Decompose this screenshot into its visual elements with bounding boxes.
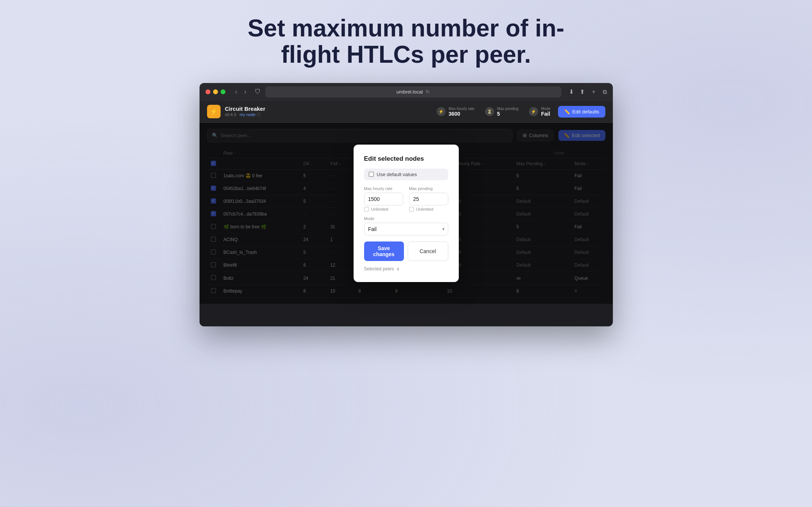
reload-icon[interactable]: ↻ <box>426 89 430 95</box>
pending-unlimited-label: Unlimited <box>416 207 434 211</box>
mode-value: Fail <box>541 111 550 117</box>
minimize-traffic-light[interactable] <box>213 89 218 94</box>
max-pending-stat: ⏳ Max pending 5 <box>485 107 519 117</box>
address-bar[interactable]: umbrel.local ↻ <box>265 86 561 98</box>
header-stats: ⚡ Max hourly rate 3600 ⏳ Max pending 5 ⚡ <box>437 107 550 117</box>
app-title-group: Circuit Breaker v0.4.3 · my node ⓘ <box>225 106 437 118</box>
modal-actions: Save changes Cancel <box>364 241 448 261</box>
table-area: 🔍 Search peer... ⊞ Columns ✏️ Edit selec… <box>200 123 613 304</box>
max-hourly-field: Max hourly rate Unlimited <box>364 186 403 212</box>
mode-select-wrapper: Fail Queue Block ▾ <box>364 223 448 235</box>
download-icon[interactable]: ⬇ <box>569 88 574 95</box>
use-default-checkbox[interactable] <box>369 172 374 177</box>
mode-select[interactable]: Fail Queue Block <box>364 223 448 235</box>
windows-icon[interactable]: ⧉ <box>603 89 607 95</box>
mode-field: Mode Fail Queue Block ▾ <box>364 216 448 235</box>
forward-button[interactable]: › <box>242 87 249 97</box>
use-default-label: Use default values <box>377 172 417 177</box>
browser-actions: ⬇ ⬆ ＋ ⧉ <box>569 88 607 96</box>
use-default-row: Use default values <box>364 169 448 180</box>
max-pending-label: Max pending <box>497 107 519 111</box>
max-pending-input[interactable] <box>409 193 448 205</box>
mode-label: Mode <box>541 107 550 111</box>
rate-pending-row: Max hourly rate Unlimited Max pending <box>364 186 448 212</box>
share-icon[interactable]: ⬆ <box>580 88 585 95</box>
app-subtitle: v0.4.3 · my node ⓘ <box>225 112 437 118</box>
modal-overlay: Edit selected nodes Use default values M… <box>200 123 613 304</box>
maximize-traffic-light[interactable] <box>221 89 225 94</box>
chevron-down-icon-2: ∨ <box>396 266 400 272</box>
edit-defaults-button[interactable]: ✏️ Edit defaults <box>558 106 605 118</box>
browser-bar: ‹ › ⛉ umbrel.local ↻ ⬇ ⬆ ＋ ⧉ <box>200 83 613 101</box>
mode-field-label: Mode <box>364 216 448 221</box>
max-pending-value: 5 <box>497 111 519 117</box>
max-hourly-value: 3600 <box>449 111 475 117</box>
browser-nav: ‹ › <box>233 87 249 97</box>
shield-icon: ⛉ <box>255 89 261 95</box>
close-traffic-light[interactable] <box>206 89 210 94</box>
selected-peers-label: Selected peers <box>364 266 394 272</box>
clock-icon: ⏳ <box>485 107 494 116</box>
app-container: ⚡ Circuit Breaker v0.4.3 · my node ⓘ ⚡ M… <box>200 101 613 326</box>
mode-stat: ⚡ Mode Fail <box>529 107 550 117</box>
selected-peers-row[interactable]: Selected peers ∨ <box>364 266 448 272</box>
hourly-unlimited-label: Unlimited <box>371 207 389 211</box>
traffic-lights <box>206 89 225 94</box>
browser-window: ‹ › ⛉ umbrel.local ↻ ⬇ ⬆ ＋ ⧉ ⚡ Circuit B… <box>200 83 613 326</box>
app-logo: ⚡ <box>207 105 221 118</box>
my-node-link[interactable]: my node <box>240 112 256 117</box>
pending-unlimited-checkbox[interactable] <box>409 207 414 212</box>
modal-title: Edit selected nodes <box>364 155 448 163</box>
max-hourly-stat: ⚡ Max hourly rate 3600 <box>437 107 475 117</box>
app-name: Circuit Breaker <box>225 106 437 112</box>
max-pending-field-label: Max pending <box>409 186 448 191</box>
app-header: ⚡ Circuit Breaker v0.4.3 · my node ⓘ ⚡ M… <box>200 101 613 123</box>
hourly-unlimited-checkbox[interactable] <box>364 207 369 212</box>
cancel-button[interactable]: Cancel <box>408 241 448 261</box>
info-icon: ⓘ <box>257 112 261 117</box>
back-button[interactable]: ‹ <box>233 87 240 97</box>
save-changes-button[interactable]: Save changes <box>364 241 404 261</box>
max-pending-field: Max pending Unlimited <box>409 186 448 212</box>
max-hourly-label: Max hourly rate <box>449 107 475 111</box>
hero-title: Set maximum number of in-flight HTLCs pe… <box>237 15 575 68</box>
edit-nodes-modal: Edit selected nodes Use default values M… <box>354 145 459 282</box>
lightning-icon-2: ⚡ <box>529 107 538 116</box>
pencil-icon: ✏️ <box>564 109 570 115</box>
url-text: umbrel.local <box>396 89 423 95</box>
max-hourly-rate-input[interactable] <box>364 193 403 205</box>
new-tab-icon[interactable]: ＋ <box>591 88 597 96</box>
max-hourly-rate-label: Max hourly rate <box>364 186 403 191</box>
edit-defaults-label: Edit defaults <box>572 109 599 115</box>
lightning-icon-1: ⚡ <box>437 107 446 116</box>
app-version: v0.4.3 <box>225 112 236 117</box>
